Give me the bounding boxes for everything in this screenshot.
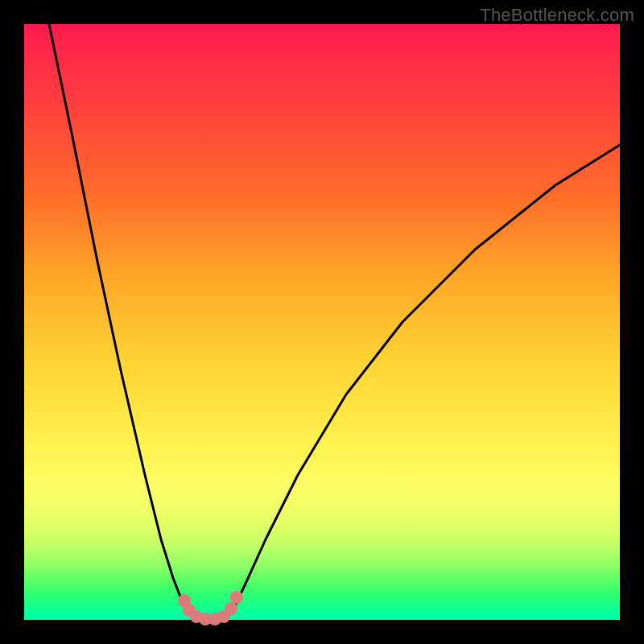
- watermark-text: TheBottleneck.com: [480, 5, 634, 26]
- valley-marker: [230, 591, 243, 604]
- valley-marker: [225, 602, 237, 615]
- plot-area: [24, 24, 620, 620]
- marker-layer: [24, 24, 620, 620]
